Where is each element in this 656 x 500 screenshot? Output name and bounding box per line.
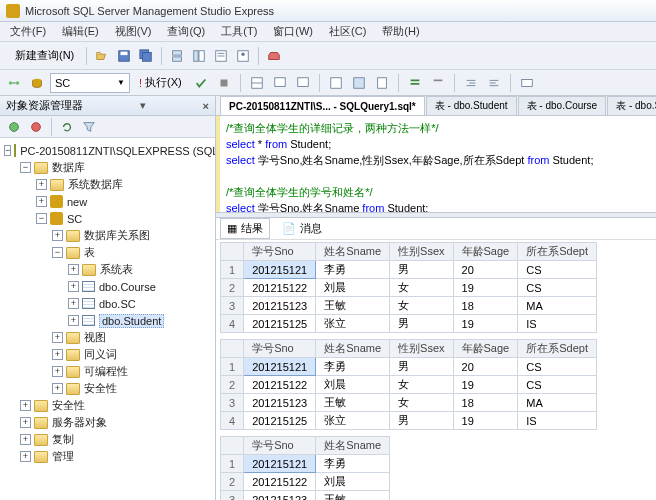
tree-management[interactable]: 管理 xyxy=(52,449,74,464)
row-number[interactable]: 4 xyxy=(221,412,244,430)
expander-icon[interactable]: + xyxy=(68,315,79,326)
expander-icon[interactable]: + xyxy=(36,196,47,207)
tab-course[interactable]: 表 - dbo.Course xyxy=(518,96,607,115)
menu-window[interactable]: 窗口(W) xyxy=(267,22,319,41)
cell[interactable]: 女 xyxy=(390,279,453,297)
tree-tables[interactable]: 表 xyxy=(84,245,95,260)
tree-systables[interactable]: 系统表 xyxy=(100,262,133,277)
cell[interactable]: IS xyxy=(518,315,597,333)
cell[interactable]: 刘晨 xyxy=(316,279,390,297)
cell[interactable]: 男 xyxy=(390,358,453,376)
result-grid-2[interactable]: 学号Sno姓名Sname性别Ssex年龄Sage所在系Sdept12012151… xyxy=(220,339,597,430)
row-number[interactable]: 2 xyxy=(221,376,244,394)
cell[interactable]: 张立 xyxy=(316,412,390,430)
col-header[interactable]: 学号Sno xyxy=(244,340,316,358)
change-connection-button[interactable] xyxy=(4,73,24,93)
execute-button[interactable]: ! 执行(X) xyxy=(133,73,188,92)
cell[interactable]: 201215123 xyxy=(244,394,316,412)
row-number[interactable]: 1 xyxy=(221,261,244,279)
tree-databases[interactable]: 数据库 xyxy=(52,160,85,175)
cell[interactable]: 女 xyxy=(390,376,453,394)
tree-serverobjects[interactable]: 服务器对象 xyxy=(52,415,107,430)
expander-icon[interactable]: + xyxy=(20,434,31,445)
tab-sc[interactable]: 表 - dbo.SC xyxy=(607,96,656,115)
outdent-button[interactable] xyxy=(484,73,504,93)
disconnect-button[interactable] xyxy=(26,117,46,137)
cell[interactable]: 18 xyxy=(453,297,518,315)
expander-icon[interactable]: + xyxy=(36,179,47,190)
col-header[interactable]: 性别Ssex xyxy=(390,340,453,358)
expander-icon[interactable]: − xyxy=(36,213,47,224)
tree-diagrams[interactable]: 数据库关系图 xyxy=(84,228,150,243)
cell[interactable]: 201215123 xyxy=(244,297,316,315)
cell[interactable]: CS xyxy=(518,261,597,279)
toolbox-button[interactable] xyxy=(264,46,284,66)
cancel-button[interactable] xyxy=(214,73,234,93)
cell[interactable]: 王敏 xyxy=(316,297,390,315)
cell[interactable]: MA xyxy=(518,297,597,315)
col-header[interactable]: 年龄Sage xyxy=(453,340,518,358)
expander-icon[interactable]: − xyxy=(20,162,31,173)
comment-button[interactable] xyxy=(405,73,425,93)
cell[interactable]: 刘晨 xyxy=(316,376,390,394)
tree-synonyms[interactable]: 同义词 xyxy=(84,347,117,362)
row-number[interactable]: 3 xyxy=(221,394,244,412)
row-number[interactable]: 2 xyxy=(221,473,244,491)
expander-icon[interactable]: + xyxy=(68,281,79,292)
table-row[interactable]: 2201215122刘晨 xyxy=(221,473,390,491)
results-tab[interactable]: ▦结果 xyxy=(220,218,270,239)
cell[interactable]: 李勇 xyxy=(316,261,390,279)
expander-icon[interactable]: + xyxy=(20,400,31,411)
new-query-button[interactable]: 新建查询(N) xyxy=(4,45,81,66)
row-number[interactable]: 3 xyxy=(221,297,244,315)
display-plan-button[interactable] xyxy=(247,73,267,93)
parse-button[interactable] xyxy=(191,73,211,93)
row-number[interactable]: 3 xyxy=(221,491,244,501)
available-db-button[interactable] xyxy=(27,73,47,93)
tab-student[interactable]: 表 - dbo.Student xyxy=(426,96,517,115)
row-number[interactable]: 1 xyxy=(221,455,244,473)
cell[interactable]: 20 xyxy=(453,261,518,279)
cell[interactable]: 201215125 xyxy=(244,315,316,333)
menu-community[interactable]: 社区(C) xyxy=(323,22,372,41)
cell[interactable]: 刘晨 xyxy=(316,473,390,491)
include-plan-button[interactable] xyxy=(293,73,313,93)
tree-sctbl[interactable]: dbo.SC xyxy=(99,298,136,310)
table-row[interactable]: 1201215121李勇男20CS xyxy=(221,358,597,376)
menu-file[interactable]: 文件(F) xyxy=(4,22,52,41)
cell[interactable]: 19 xyxy=(453,412,518,430)
col-header[interactable]: 所在系Sdept xyxy=(518,340,597,358)
connect-button[interactable] xyxy=(4,117,24,137)
tree-views[interactable]: 视图 xyxy=(84,330,106,345)
cell[interactable]: 201215121 xyxy=(244,455,316,473)
expander-icon[interactable]: − xyxy=(4,145,11,156)
properties-button[interactable] xyxy=(233,46,253,66)
cell[interactable]: 男 xyxy=(390,261,453,279)
expander-icon[interactable]: + xyxy=(68,264,79,275)
cell[interactable]: 20 xyxy=(453,358,518,376)
table-row[interactable]: 3201215123王敏女18MA xyxy=(221,297,597,315)
table-row[interactable]: 3201215123王敏女18MA xyxy=(221,394,597,412)
specify-values-button[interactable] xyxy=(517,73,537,93)
cell[interactable]: 201215121 xyxy=(244,358,316,376)
tree-course[interactable]: dbo.Course xyxy=(99,281,156,293)
tab-query[interactable]: PC-20150811ZNTI\S... - SQLQuery1.sql* xyxy=(220,96,425,115)
cell[interactable]: 19 xyxy=(453,315,518,333)
open-button[interactable] xyxy=(92,46,112,66)
row-number[interactable]: 4 xyxy=(221,315,244,333)
cell[interactable]: 女 xyxy=(390,394,453,412)
expander-icon[interactable]: + xyxy=(52,349,63,360)
tree-sysdb[interactable]: 系统数据库 xyxy=(68,177,123,192)
cell[interactable]: 女 xyxy=(390,297,453,315)
expander-icon[interactable]: + xyxy=(68,298,79,309)
cell[interactable]: 李勇 xyxy=(316,455,390,473)
expander-icon[interactable]: + xyxy=(52,383,63,394)
col-header[interactable]: 学号Sno xyxy=(244,243,316,261)
tree-security[interactable]: 安全性 xyxy=(52,398,85,413)
cell[interactable]: MA xyxy=(518,394,597,412)
cell[interactable]: 201215122 xyxy=(244,473,316,491)
messages-tab[interactable]: 📄消息 xyxy=(276,219,328,238)
registered-servers-button[interactable] xyxy=(167,46,187,66)
tree-programmability[interactable]: 可编程性 xyxy=(84,364,128,379)
cell[interactable]: 201215121 xyxy=(244,261,316,279)
